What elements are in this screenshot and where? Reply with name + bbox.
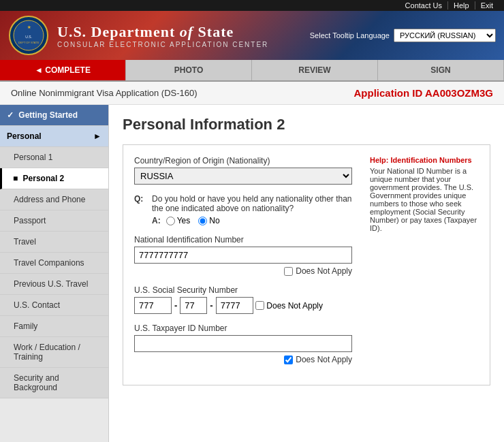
ssn-sep1: - xyxy=(174,300,177,311)
national-id-dna-checkbox[interactable] xyxy=(284,267,293,276)
help-title: Help: Identification Numbers xyxy=(370,156,479,164)
national-id-input[interactable] xyxy=(134,247,352,264)
app-info-bar: Online Nonimmigrant Visa Application (DS… xyxy=(0,82,504,105)
question-block: Q: Do you hold or have you held any nati… xyxy=(134,194,359,225)
taxpayer-dna-group: Does Not Apply xyxy=(134,355,352,364)
radio-yes[interactable] xyxy=(166,217,175,225)
country-field-group: Country/Region of Origin (Nationality) R… xyxy=(134,156,359,185)
header-text: U.S. Department of State Consular Electr… xyxy=(57,23,268,48)
ssn-part2-input[interactable] xyxy=(180,297,207,314)
sidebar-item-work-education[interactable]: Work / Education / Training xyxy=(0,337,108,368)
header: ★ U.S. DEPT OF STATE U.S. Department of … xyxy=(0,11,504,60)
svg-text:DEPT OF STATE: DEPT OF STATE xyxy=(18,41,40,44)
ssn-field-group: U.S. Social Security Number - - xyxy=(134,285,359,314)
ssn-label: U.S. Social Security Number xyxy=(134,285,359,295)
answer-row: A: Yes No xyxy=(152,216,359,225)
sidebar-item-travel-companions[interactable]: Travel Companions xyxy=(0,253,108,274)
main-layout: ✓ Getting Started Personal ► Personal 1 … xyxy=(0,105,504,442)
ssn-dna-label-group[interactable]: Does Not Apply xyxy=(255,301,323,311)
ssn-group: - - xyxy=(134,297,253,314)
sidebar-item-getting-started[interactable]: ✓ Getting Started xyxy=(0,105,108,126)
tab-complete[interactable]: ◄ COMPLETE xyxy=(0,60,126,80)
form-help: Help: Identification Numbers Your Nation… xyxy=(370,156,479,374)
national-id-label: National Identification Number xyxy=(134,235,359,244)
radio-no-option[interactable]: No xyxy=(198,216,219,225)
taxpayer-label: U.S. Taxpayer ID Number xyxy=(134,323,359,333)
radio-group-nationality: Yes No xyxy=(166,216,220,225)
app-id-value: AA003OZM3G xyxy=(425,87,493,99)
content-area: Personal Information 2 Country/Region of… xyxy=(109,105,504,442)
help-text: Your National ID Number is a unique numb… xyxy=(370,167,479,232)
national-id-dna-label: Does Not Apply xyxy=(296,266,352,276)
ssn-part1-input[interactable] xyxy=(134,297,172,314)
country-select[interactable]: RUSSIA xyxy=(134,168,352,185)
bullet-icon: ■ xyxy=(13,174,20,183)
form-section: Country/Region of Origin (Nationality) R… xyxy=(123,144,490,385)
taxpayer-input[interactable] xyxy=(134,335,352,352)
national-id-field-group: National Identification Number Does Not … xyxy=(134,235,359,276)
tooltip-area: Select Tooltip Language РУССКИЙ (RUSSIAN… xyxy=(310,29,496,42)
sidebar-item-personal-1[interactable]: Personal 1 xyxy=(0,147,108,168)
dept-name: U.S. Department of State xyxy=(57,23,268,41)
app-id: Application ID AA003OZM3G xyxy=(354,87,494,99)
tab-sign[interactable]: SIGN xyxy=(378,60,504,80)
contact-us-link[interactable]: Contact Us xyxy=(400,1,448,10)
question-row: Q: Do you hold or have you held any nati… xyxy=(134,194,359,213)
taxpayer-dna-checkbox[interactable] xyxy=(284,356,293,364)
form-main: Country/Region of Origin (Nationality) R… xyxy=(134,156,359,374)
national-id-dna-group: Does Not Apply xyxy=(134,266,352,276)
app-title: Online Nonimmigrant Visa Application (DS… xyxy=(11,88,198,98)
tab-complete-arrow: ◄ xyxy=(35,65,45,75)
nav-tabs: ◄ COMPLETE PHOTO REVIEW SIGN xyxy=(0,60,504,82)
exit-link[interactable]: Exit xyxy=(475,1,499,10)
q-label: Q: xyxy=(134,194,148,213)
ssn-sep2: - xyxy=(210,300,212,311)
taxpayer-field-group: U.S. Taxpayer ID Number Does Not Apply xyxy=(134,323,359,364)
page-title: Personal Information 2 xyxy=(123,116,490,133)
sidebar-item-personal-2[interactable]: ■ Personal 2 xyxy=(0,168,108,189)
sidebar-item-previous-us-travel[interactable]: Previous U.S. Travel xyxy=(0,274,108,295)
dept-seal-icon: ★ U.S. DEPT OF STATE xyxy=(8,15,49,56)
tab-review[interactable]: REVIEW xyxy=(252,60,378,80)
sidebar: ✓ Getting Started Personal ► Personal 1 … xyxy=(0,105,109,442)
radio-no[interactable] xyxy=(198,217,207,225)
sidebar-item-personal[interactable]: Personal ► xyxy=(0,126,108,147)
sidebar-item-family[interactable]: Family xyxy=(0,316,108,337)
arrow-icon: ► xyxy=(93,131,101,141)
sub-name: Consular Electronic Application Center xyxy=(57,41,268,48)
radio-yes-option[interactable]: Yes xyxy=(166,216,191,225)
checkmark-icon: ✓ xyxy=(7,110,14,120)
ssn-part3-input[interactable] xyxy=(216,297,253,314)
help-link[interactable]: Help xyxy=(448,1,475,10)
country-label: Country/Region of Origin (Nationality) xyxy=(134,156,359,165)
top-bar: Contact Us Help Exit xyxy=(0,0,504,11)
ssn-dna-label: Does Not Apply xyxy=(266,301,323,311)
a-label: A: xyxy=(152,216,161,225)
tooltip-label: Select Tooltip Language xyxy=(310,31,390,40)
sidebar-item-travel[interactable]: Travel xyxy=(0,232,108,253)
language-select[interactable]: РУССКИЙ (RUSSIAN) ENGLISH ESPAÑOL xyxy=(394,29,496,42)
ssn-dna-checkbox[interactable] xyxy=(255,301,264,310)
taxpayer-dna-label: Does Not Apply xyxy=(296,355,352,364)
tab-photo[interactable]: PHOTO xyxy=(126,60,252,80)
svg-text:U.S.: U.S. xyxy=(25,35,32,39)
sidebar-item-us-contact[interactable]: U.S. Contact xyxy=(0,295,108,316)
sidebar-item-security-background[interactable]: Security and Background xyxy=(0,368,108,398)
question-text: Do you hold or have you held any nationa… xyxy=(152,194,359,213)
sidebar-item-passport[interactable]: Passport xyxy=(0,210,108,232)
sidebar-item-address-phone[interactable]: Address and Phone xyxy=(0,189,108,210)
